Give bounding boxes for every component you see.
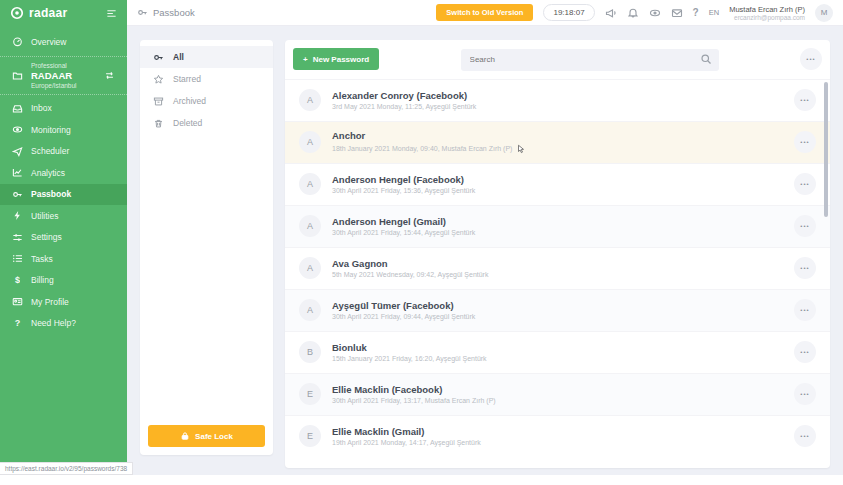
user-avatar[interactable]: M: [815, 4, 833, 22]
workspace-switcher[interactable]: Professional RADAAR Europe/Istanbul: [0, 56, 127, 95]
plus-icon: +: [303, 55, 308, 64]
workspace-plan: Professional: [31, 62, 96, 69]
sidebar-item-need-help[interactable]: ? Need Help?: [0, 313, 127, 335]
bell-icon[interactable]: [627, 7, 639, 19]
filter-starred[interactable]: Starred: [140, 68, 273, 90]
filter-all[interactable]: All: [140, 46, 273, 68]
password-title: Bionluk: [332, 342, 487, 353]
search-icon: [700, 53, 712, 65]
row-avatar: A: [299, 299, 321, 321]
sidebar-item-label: My Profile: [31, 297, 69, 307]
row-options-button[interactable]: •••: [794, 299, 816, 321]
top-header: Passbook Switch to Old Version 19:18:07 …: [127, 0, 843, 26]
password-row[interactable]: A Ayşegül Tümer (Facebook) 30th April 20…: [285, 289, 830, 331]
switch-version-button[interactable]: Switch to Old Version: [436, 4, 533, 21]
password-row[interactable]: A Ava Gagnon 5th May 2021 Wednesday, 09:…: [285, 247, 830, 289]
password-meta-text: 5th May 2021 Wednesday, 09:42, Ayşegül Ş…: [332, 271, 488, 278]
chart-icon: [12, 167, 23, 178]
sidebar-item-label: Monitoring: [31, 125, 71, 135]
row-avatar: E: [299, 383, 321, 405]
question-icon: ?: [12, 318, 23, 328]
password-row[interactable]: A Alexander Conroy (Facebook) 3rd May 20…: [285, 79, 830, 121]
password-meta: 30th April 2021 Friday, 09:44, Ayşegül Ş…: [332, 313, 475, 320]
row-options-button[interactable]: •••: [794, 383, 816, 405]
sidebar-item-passbook[interactable]: Passbook: [0, 184, 127, 206]
page-title-label: Passbook: [153, 7, 195, 18]
sidebar-item-tasks[interactable]: Tasks: [0, 248, 127, 270]
password-meta: 30th April 2021 Friday, 15:36, Ayşegül Ş…: [332, 187, 475, 194]
brand-name: radaar: [29, 6, 68, 20]
brand[interactable]: radaar: [10, 6, 68, 20]
password-row[interactable]: A Anderson Hengel (Facebook) 30th April …: [285, 163, 830, 205]
trash-icon: [153, 118, 164, 129]
password-title: Anchor: [332, 130, 526, 141]
sidebar-item-utilities[interactable]: Utilities: [0, 205, 127, 227]
sidebar-item-settings[interactable]: Settings: [0, 227, 127, 249]
password-row[interactable]: B Bionluk 15th January 2021 Friday, 16:2…: [285, 331, 830, 373]
password-title: Anderson Hengel (Facebook): [332, 174, 475, 185]
row-options-button[interactable]: •••: [794, 425, 816, 447]
list-icon: [12, 253, 23, 264]
sidebar-item-billing[interactable]: $ Billing: [0, 270, 127, 292]
filter-label: Deleted: [173, 118, 202, 128]
workspace-name: RADAAR: [31, 70, 96, 81]
passbook-filter-panel: All Starred Archived Deleted Safe Lock: [140, 40, 273, 455]
row-options-button[interactable]: •••: [794, 215, 816, 237]
sidebar-item-analytics[interactable]: Analytics: [0, 162, 127, 184]
dollar-icon: $: [12, 275, 23, 285]
list-options-button[interactable]: •••: [800, 48, 822, 70]
radaar-logo-icon: [10, 6, 24, 20]
link-preview-statusbar: https://east.radaar.io/v2/95/passwords/7…: [0, 462, 133, 475]
sidebar-item-inbox[interactable]: Inbox: [0, 98, 127, 120]
user-menu[interactable]: Mustafa Ercan Zırh (P) ercanzirh@pompaa.…: [729, 5, 805, 21]
row-avatar: B: [299, 341, 321, 363]
mouse-cursor-icon: [516, 144, 526, 154]
browser-bottom-strip: [0, 475, 843, 485]
row-avatar: A: [299, 131, 321, 153]
sidebar-item-scheduler[interactable]: Scheduler: [0, 141, 127, 163]
inbox-icon: [12, 103, 23, 114]
list-scrollbar[interactable]: [824, 82, 828, 217]
sidebar-item-my-profile[interactable]: My Profile: [0, 291, 127, 313]
sidebar-item-label: Utilities: [31, 211, 58, 221]
password-row[interactable]: A Anderson Hengel (Gmail) 30th April 202…: [285, 205, 830, 247]
password-row[interactable]: A Anchor 18th January 2021 Monday, 09:40…: [285, 121, 830, 163]
sidebar-item-label: Analytics: [31, 168, 65, 178]
password-meta-text: 18th January 2021 Monday, 09:40, Mustafa…: [332, 145, 512, 152]
clock: 19:18:07: [543, 4, 594, 21]
language-selector[interactable]: EN: [709, 8, 719, 17]
user-name: Mustafa Ercan Zırh (P): [729, 5, 805, 14]
eye-icon[interactable]: [649, 7, 661, 19]
new-password-button[interactable]: + New Password: [293, 48, 379, 70]
row-text: Anchor 18th January 2021 Monday, 09:40, …: [332, 130, 526, 154]
password-rows: A Alexander Conroy (Facebook) 3rd May 20…: [285, 79, 830, 457]
password-row[interactable]: E Ellie Macklin (Facebook) 30th April 20…: [285, 373, 830, 415]
password-row[interactable]: E Ellie Macklin (Gmail) 19th April 2021 …: [285, 415, 830, 457]
row-avatar: A: [299, 215, 321, 237]
password-meta: 30th April 2021 Friday, 15:44, Ayşegül Ş…: [332, 229, 475, 236]
row-options-button[interactable]: •••: [794, 89, 816, 111]
password-meta: 30th April 2021 Friday, 13:17, Mustafa E…: [332, 397, 496, 404]
password-meta: 19th April 2021 Monday, 14:17, Ayşegül Ş…: [332, 439, 481, 446]
row-options-button[interactable]: •••: [794, 131, 816, 153]
row-options-button[interactable]: •••: [794, 173, 816, 195]
key-icon: [12, 189, 23, 200]
safe-lock-button[interactable]: Safe Lock: [148, 425, 265, 447]
filter-archived[interactable]: Archived: [140, 90, 273, 112]
megaphone-icon[interactable]: [605, 7, 617, 19]
password-meta-text: 30th April 2021 Friday, 15:36, Ayşegül Ş…: [332, 187, 475, 194]
sidebar-item-label: Passbook: [31, 189, 71, 199]
sidebar-item-monitoring[interactable]: Monitoring: [0, 119, 127, 141]
swap-icon[interactable]: [104, 70, 115, 81]
row-options-button[interactable]: •••: [794, 257, 816, 279]
lock-icon: [180, 431, 190, 441]
row-avatar: A: [299, 257, 321, 279]
help-icon[interactable]: ?: [693, 7, 699, 18]
filter-deleted[interactable]: Deleted: [140, 112, 273, 134]
search-input[interactable]: [461, 49, 719, 71]
sidebar-item-overview[interactable]: Overview: [0, 31, 127, 53]
envelope-icon[interactable]: [671, 7, 683, 19]
password-title: Alexander Conroy (Facebook): [332, 90, 476, 101]
sidebar-collapse-icon[interactable]: [106, 8, 117, 19]
row-options-button[interactable]: •••: [794, 341, 816, 363]
